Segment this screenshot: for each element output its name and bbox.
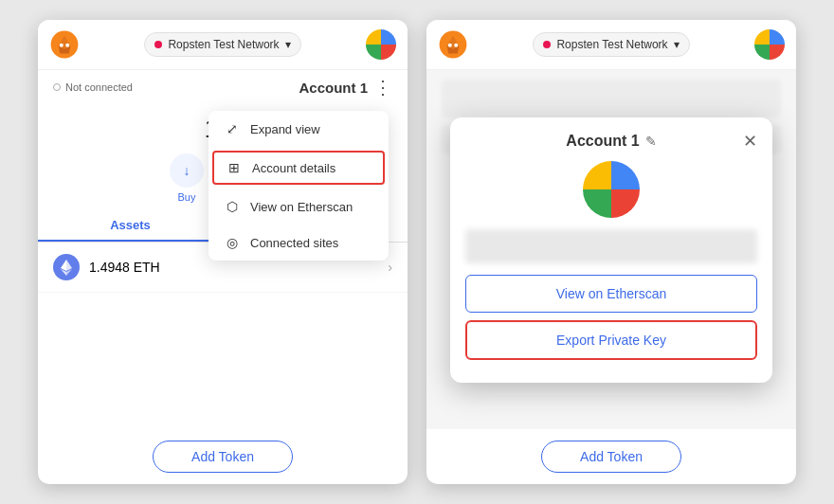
buy-button[interactable]: ↓ Buy: [170, 153, 204, 203]
add-token-button-left[interactable]: Add Token: [153, 441, 293, 473]
asset-list: 1.4948 ETH ›: [38, 243, 408, 429]
eth-amount: 1.4948 ETH: [89, 260, 160, 275]
address-qr-placeholder: [465, 229, 757, 263]
not-connected-label: Not connected: [65, 81, 133, 93]
dropdown-menu: ⤢ Expand view ⊞ Account details ⬡ View o…: [208, 111, 389, 261]
eth-icon: [53, 254, 80, 280]
account-area-left: Not connected Account 1 ⋮: [38, 70, 408, 104]
svg-point-14: [454, 44, 458, 47]
add-token-button-right[interactable]: Add Token: [541, 441, 681, 473]
network-dot-right: [543, 41, 551, 48]
connected-sites-label: Connected sites: [250, 236, 338, 250]
close-modal-button[interactable]: ✕: [743, 133, 757, 150]
left-phone-panel: Ropsten Test Network ▾ Not connected Acc…: [38, 20, 408, 484]
network-name-right: Ropsten Test Network: [556, 38, 667, 51]
account-details-modal: Account 1 ✎ ✕ View on Etherscan Export P…: [450, 117, 772, 383]
right-phone-panel: Ropsten Test Network ▾ Account 1 ✎ ✕ Vie…: [426, 20, 796, 484]
metamask-logo-right: [438, 29, 468, 60]
asset-left: 1.4948 ETH: [53, 254, 160, 280]
menu-account-details[interactable]: ⊞ Account details: [212, 151, 385, 185]
top-bar-right: Ropsten Test Network ▾: [426, 20, 796, 70]
tab-assets[interactable]: Assets: [38, 208, 223, 242]
modal-account-name: Account 1: [566, 133, 639, 150]
avatar-left[interactable]: [366, 29, 396, 60]
account-details-icon: ⊞: [226, 160, 243, 175]
account-details-label: Account details: [252, 161, 335, 175]
chevron-down-icon-right: ▾: [674, 38, 680, 51]
network-selector-right[interactable]: Ropsten Test Network ▾: [533, 32, 689, 57]
chevron-right-icon: ›: [388, 260, 392, 275]
view-on-etherscan-button[interactable]: View on Etherscan: [465, 275, 757, 313]
network-dot-left: [154, 41, 162, 48]
network-name-left: Ropsten Test Network: [168, 38, 279, 51]
etherscan-icon: ⬡: [224, 199, 241, 214]
svg-point-13: [448, 44, 452, 47]
chevron-down-icon-left: ▾: [285, 38, 291, 51]
modal-header: Account 1 ✎ ✕: [465, 133, 757, 150]
modal-avatar: [583, 161, 640, 218]
menu-view-etherscan[interactable]: ⬡ View on Etherscan: [208, 189, 389, 225]
menu-connected-sites[interactable]: ◎ Connected sites: [208, 225, 389, 261]
not-connected-dot: [53, 83, 61, 91]
view-etherscan-label: View on Etherscan: [250, 200, 353, 214]
top-bar-left: Ropsten Test Network ▾: [38, 20, 408, 70]
account-name-left: Account 1: [299, 80, 368, 96]
not-connected-status: Not connected: [53, 81, 133, 93]
buy-label: Buy: [178, 191, 196, 203]
metamask-logo-left: [49, 29, 80, 60]
account-name-row: Account 1 ⋮: [299, 78, 392, 97]
expand-view-label: Expand view: [250, 122, 320, 136]
right-main-content: Account 1 ✎ ✕ View on Etherscan Export P…: [426, 70, 796, 429]
svg-point-3: [60, 44, 63, 47]
avatar-right[interactable]: [754, 29, 785, 60]
connected-sites-icon: ◎: [224, 235, 241, 250]
svg-point-4: [65, 44, 69, 47]
network-selector-left[interactable]: Ropsten Test Network ▾: [144, 32, 300, 57]
add-token-area-right: Add Token: [426, 429, 796, 484]
expand-icon: ⤢: [224, 121, 241, 136]
add-token-area-left: Add Token: [38, 429, 408, 484]
export-private-key-button[interactable]: Export Private Key: [465, 320, 757, 360]
edit-icon[interactable]: ✎: [645, 134, 657, 149]
three-dots-menu[interactable]: ⋮: [373, 78, 392, 97]
menu-expand-view[interactable]: ⤢ Expand view: [208, 111, 389, 147]
buy-icon: ↓: [170, 153, 204, 188]
